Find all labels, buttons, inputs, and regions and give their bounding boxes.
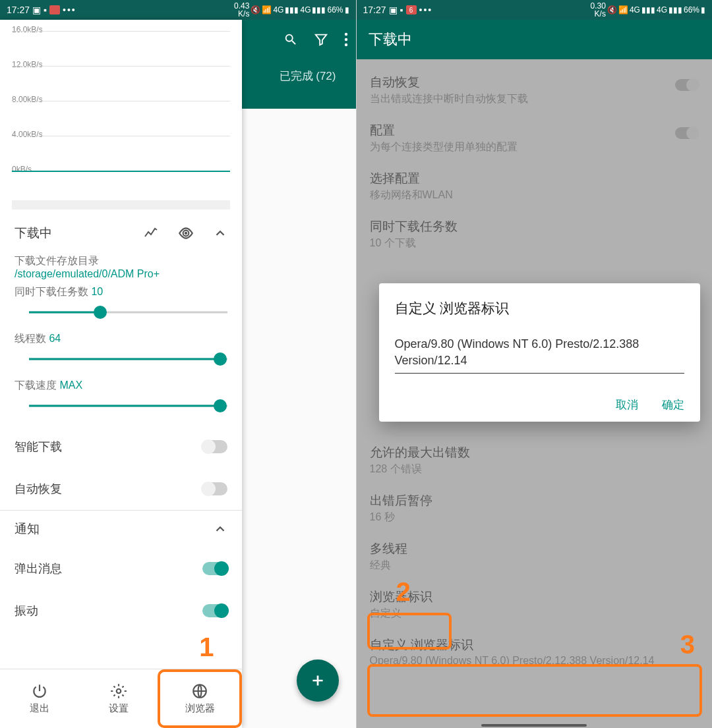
battery-label: 66%: [684, 5, 699, 14]
threads-value: 64: [49, 333, 61, 344]
speed-label: 下载速度: [15, 379, 57, 391]
download-dir-value[interactable]: /storage/emulated/0/ADM Pro+: [15, 268, 227, 280]
auto-resume-label: 自动恢复: [15, 481, 62, 497]
search-icon[interactable]: [283, 32, 298, 47]
svg-point-0: [344, 33, 347, 36]
svg-point-2: [344, 43, 347, 46]
concurrent-label: 同时下载任务数: [15, 286, 88, 297]
navigation-drawer: 16.0kB/s 12.0kB/s 8.00kB/s 4.00kB/s 0kB/…: [0, 20, 242, 728]
annotation-2: 2: [396, 577, 411, 607]
threads-slider[interactable]: [15, 351, 227, 367]
vibrate-switch[interactable]: [202, 604, 227, 617]
user-agent-dialog: 自定义 浏览器标识 Opera/9.80 (Windows NT 6.0) Pr…: [379, 283, 701, 422]
annotation-box-3: [367, 664, 702, 717]
signal-bars-icon: ▮▮▮: [312, 5, 326, 14]
wifi-icon: 📶: [618, 5, 628, 14]
bottom-nav: 退出 设置 浏览器: [0, 669, 242, 728]
concurrent-slider[interactable]: [15, 304, 227, 320]
battery-label: 66%: [327, 5, 343, 14]
annotation-1: 1: [199, 632, 214, 662]
chat-icon: ▪: [400, 5, 403, 15]
phone-right: 17:27 ▣ ▪ 6 ••• 0.30K/s 🔇 📶 4G ▮▮▮ 4G ▮▮…: [356, 0, 713, 728]
concurrent-value: 10: [91, 286, 103, 297]
image-icon: ▣: [32, 5, 41, 15]
nav-browser[interactable]: 浏览器: [158, 669, 242, 728]
nav-settings[interactable]: 设置: [79, 669, 158, 728]
annotation-box-2: [367, 613, 452, 650]
status-bar: 17:27 ▣ ▪ 6 ••• 0.30K/s 🔇 📶 4G ▮▮▮ 4G ▮▮…: [357, 0, 713, 20]
chat-icon: ▪: [44, 5, 47, 15]
status-bar: 17:27 ▣ ▪ ••• 0.43K/s 🔇 📶 4G ▮▮▮ 4G ▮▮▮ …: [0, 0, 356, 20]
section-notify: 通知: [15, 520, 40, 538]
image-icon: ▣: [389, 5, 398, 15]
vibrate-label: 振动: [15, 603, 38, 619]
notification-badge-icon: [49, 5, 60, 14]
plus-icon: [309, 672, 326, 689]
signal-4g-icon: 4G: [657, 5, 667, 14]
battery-icon: ▮: [701, 5, 705, 14]
user-agent-input[interactable]: Opera/9.80 (Windows NT 6.0) Presto/2.12.…: [395, 336, 685, 374]
notification-badge-icon: 6: [406, 5, 417, 14]
more-icon: •••: [63, 5, 76, 15]
status-time: 17:27: [363, 5, 386, 15]
battery-icon: ▮: [345, 5, 349, 14]
annotation-3: 3: [680, 630, 695, 659]
cancel-button[interactable]: 取消: [616, 397, 638, 412]
dialog-title: 自定义 浏览器标识: [395, 299, 685, 318]
speed-slider[interactable]: [15, 398, 227, 414]
globe-icon: [191, 683, 208, 700]
section-downloading: 下载中: [15, 225, 52, 242]
speed-chart: 16.0kB/s 12.0kB/s 8.00kB/s 4.00kB/s 0kB/…: [0, 20, 242, 191]
power-icon: [31, 683, 48, 700]
settings-header: 下载中: [357, 20, 713, 59]
phone-left: 17:27 ▣ ▪ ••• 0.43K/s 🔇 📶 4G ▮▮▮ 4G ▮▮▮ …: [0, 0, 356, 728]
filter-icon[interactable]: [314, 32, 328, 47]
signal-bars-icon: ▮▮▮: [668, 5, 682, 14]
popup-msg-switch[interactable]: [202, 562, 227, 575]
more-icon: •••: [419, 5, 433, 15]
signal-4g-icon: 4G: [273, 5, 283, 14]
chart-line-icon[interactable]: [143, 225, 159, 241]
signal-4g-icon: 4G: [300, 5, 311, 14]
threads-label: 线程数: [15, 333, 46, 344]
mute-icon: 🔇: [251, 5, 260, 14]
eye-icon[interactable]: [177, 225, 194, 242]
overflow-menu-icon[interactable]: [344, 32, 348, 47]
status-time: 17:27: [7, 5, 30, 15]
gear-icon: [110, 683, 127, 700]
svg-point-1: [344, 38, 347, 41]
wifi-icon: 📶: [262, 5, 272, 14]
chevron-up-icon[interactable]: [213, 522, 227, 536]
mute-icon: 🔇: [607, 5, 617, 14]
smart-download-label: 智能下载: [15, 439, 62, 455]
main-content-bg: [242, 109, 356, 728]
fab-add[interactable]: [297, 659, 339, 702]
auto-resume-switch[interactable]: [202, 482, 227, 495]
svg-point-3: [185, 232, 187, 235]
signal-bars-icon: ▮▮▮: [641, 5, 655, 14]
chevron-up-icon[interactable]: [213, 226, 227, 240]
ok-button[interactable]: 确定: [662, 397, 684, 412]
nav-exit[interactable]: 退出: [0, 669, 79, 728]
signal-bars-icon: ▮▮▮: [285, 5, 299, 14]
speed-value: MAX: [59, 379, 82, 391]
popup-msg-label: 弹出消息: [15, 561, 62, 576]
signal-4g-icon: 4G: [630, 5, 640, 14]
svg-point-4: [116, 689, 121, 694]
smart-download-switch[interactable]: [202, 440, 227, 453]
download-dir-label: 下载文件存放目录: [15, 254, 227, 268]
